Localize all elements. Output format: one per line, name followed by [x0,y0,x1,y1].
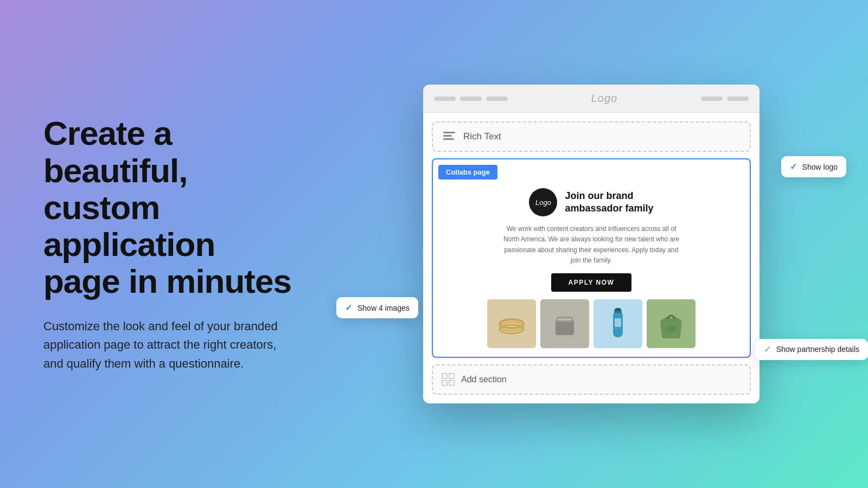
svg-rect-8 [556,320,574,335]
browser-pill-4 [701,97,723,101]
hero-subtitle: Customize the look and feel of your bran… [43,317,293,373]
svg-rect-21 [449,381,454,386]
right-panel: Logo Rich Text Colla [336,63,868,425]
brand-logo-circle: Logo [529,188,557,216]
browser-pill-1 [434,97,456,101]
brand-header: Logo Join our brand ambassador family [529,188,653,216]
browser-logo: Logo [591,92,618,105]
product-image-2 [540,299,589,348]
browser-body: Rich Text Collabs page Logo Join our bra… [423,113,760,403]
svg-rect-18 [442,374,447,378]
brand-description: We work with content creators and influe… [499,224,684,266]
svg-rect-2 [443,138,454,140]
rich-text-section[interactable]: Rich Text [432,121,751,152]
browser-pill-2 [460,97,482,101]
left-panel: Create a beautiful, custom application p… [0,82,336,405]
check-icon-logo: ✓ [790,162,797,172]
browser-window: Logo Rich Text Colla [423,85,760,403]
check-icon-partnership: ✓ [764,344,771,355]
svg-point-17 [667,325,675,332]
product-image-4 [647,299,695,348]
add-section-label: Add section [461,375,507,384]
tooltip-show-partnership-label: Show partnership details [776,345,859,354]
browser-pill-3 [486,97,508,101]
browser-controls [434,97,508,101]
browser-bar: Logo [423,85,760,113]
check-icon-images: ✓ [345,303,352,313]
hero-title: Create a beautiful, custom application p… [43,115,293,300]
browser-right-controls [701,97,749,101]
add-section-icon [442,373,455,386]
brand-title: Join our brand ambassador family [565,190,653,215]
product-image-3 [593,299,642,348]
svg-rect-20 [442,381,447,386]
apply-now-button[interactable]: APPLY NOW [551,273,632,292]
collabs-tab[interactable]: Collabs page [438,165,497,179]
add-section[interactable]: Add section [432,364,751,395]
svg-rect-10 [558,318,572,320]
svg-rect-3 [487,299,536,348]
rich-text-label: Rich Text [463,131,501,142]
svg-rect-19 [449,374,454,378]
rich-text-icon [442,129,457,144]
svg-rect-15 [615,318,621,327]
tooltip-show-partnership[interactable]: ✓ Show partnership details [755,339,868,360]
product-image-1 [487,299,536,348]
browser-pill-5 [727,97,749,101]
collabs-section: Collabs page Logo Join our brand ambassa… [432,158,751,358]
tooltip-show-images[interactable]: ✓ Show 4 images [336,297,418,318]
tooltip-show-logo-label: Show logo [802,163,838,171]
tooltip-show-images-label: Show 4 images [358,304,410,312]
svg-rect-0 [443,132,455,133]
tooltip-show-logo[interactable]: ✓ Show logo [781,156,846,177]
svg-rect-1 [443,135,452,137]
product-images [487,299,695,348]
collabs-content: Logo Join our brand ambassador family We… [433,179,750,357]
svg-rect-14 [615,308,621,311]
